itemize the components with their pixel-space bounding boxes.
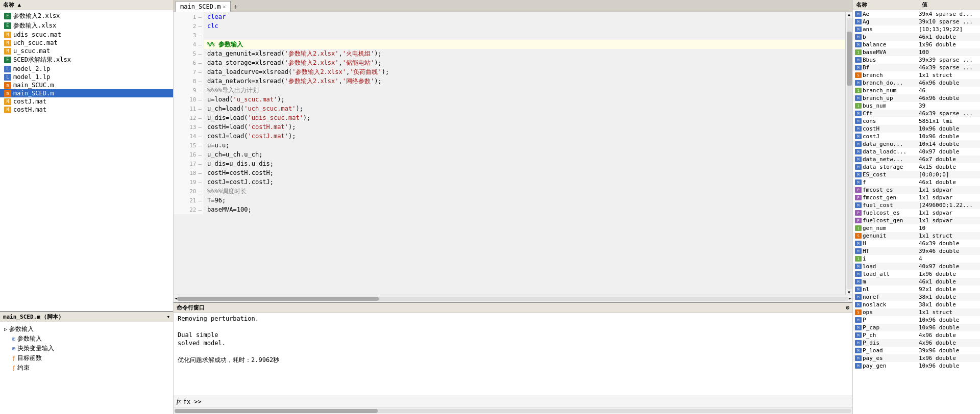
code-line[interactable]: %% 参数输入 — [204, 40, 845, 49]
variable-row[interactable]: Mdata_netw...46x7 double — [853, 156, 980, 163]
variable-row[interactable]: McostJ10x96 double — [853, 133, 980, 140]
editor-scroll[interactable]: 1—2—3—4—5—6—7—8—9—10—11—12—13—14—15—16—1… — [174, 12, 845, 295]
variable-row[interactable]: Mnoslack38x1 double — [853, 301, 980, 308]
variable-row[interactable]: MAe39x4 sparse d... — [853, 10, 980, 18]
code-line[interactable]: costJ=costJ.costJ; — [204, 177, 845, 187]
code-line[interactable]: clear — [204, 12, 845, 21]
code-line[interactable]: costH=costH.costH; — [204, 168, 845, 177]
file-item[interactable]: Lmodel_2.lp — [0, 65, 173, 73]
variable-row[interactable]: Mb46x1 double — [853, 33, 980, 41]
code-line[interactable]: clc — [204, 21, 845, 31]
code-line[interactable]: costJ=load('costJ.mat'); — [204, 132, 845, 141]
variable-row[interactable]: MP_ch4x96 double — [853, 331, 980, 339]
scroll-track[interactable] — [847, 18, 852, 289]
variable-row[interactable]: MHT39x46 double — [853, 247, 980, 255]
variable-row[interactable]: MH46x39 double — [853, 240, 980, 247]
collapse-icon[interactable]: ▾ — [166, 314, 170, 320]
variable-row[interactable]: Pfuelcost_gen1x1 sdpvar — [853, 217, 980, 224]
command-expand-icon[interactable]: ⊙ — [846, 304, 849, 311]
tree-item[interactable]: ⊞ 决策变量输入 — [4, 344, 169, 353]
file-item[interactable]: McostH.mat — [0, 106, 173, 114]
variable-row[interactable]: MBf46x39 sparse ... — [853, 64, 980, 71]
variable-row[interactable]: MP_cap10x96 double — [853, 324, 980, 331]
variable-row[interactable]: Mbranch_do...46x96 double — [853, 79, 980, 87]
code-line[interactable]: data_storage=xlsread('参数输入2.xlsx','储能电站'… — [204, 58, 845, 67]
variable-row[interactable]: Mpay_gen10x96 double — [853, 362, 980, 370]
tree-item[interactable]: ƒ 约束 — [4, 363, 169, 373]
variable-row[interactable]: MCft46x39 sparse ... — [853, 110, 980, 117]
variable-row[interactable]: Mdata_storage4x15 double — [853, 163, 980, 171]
variable-row[interactable]: Pfuelcost_es1x1 sdpvar — [853, 209, 980, 217]
file-item[interactable]: McostJ.mat — [0, 97, 173, 106]
code-lines[interactable]: clearclc%% 参数输入data_genunit=xlsread('参数输… — [204, 12, 845, 214]
tab-main-sced[interactable]: main_SCED.m × — [176, 1, 231, 12]
variable-row[interactable]: MBbus39x39 sparse ... — [853, 56, 980, 64]
variable-row[interactable]: Mfuel_cost[2496000;1.22... — [853, 201, 980, 209]
scroll-down-button[interactable]: ▼ — [848, 290, 850, 295]
code-line[interactable]: u=load('u_scuc.mat'); — [204, 95, 845, 104]
h-scroll-thumb[interactable] — [177, 297, 379, 301]
code-line[interactable]: u=u.u; — [204, 141, 845, 150]
variable-row[interactable]: MP10x96 double — [853, 316, 980, 324]
code-line[interactable] — [204, 31, 845, 40]
editor-vertical-scrollbar[interactable]: ▲ ▼ — [845, 12, 852, 295]
code-line[interactable]: u_dis=u_dis.u_dis; — [204, 159, 845, 168]
tab-close-button[interactable]: × — [223, 4, 226, 10]
variable-row[interactable]: MP_load39x96 double — [853, 347, 980, 354]
h-scroll-track[interactable] — [177, 297, 849, 301]
variable-row[interactable]: Mnl92x1 double — [853, 286, 980, 293]
variable-row[interactable]: Mbalance1x96 double — [853, 41, 980, 48]
file-item[interactable]: mmain_SCUC.m — [0, 81, 173, 89]
tree-item[interactable]: ƒ 目标函数 — [4, 353, 169, 363]
variable-row[interactable]: Sbranch1x1 struct — [853, 71, 980, 79]
code-line[interactable]: %%%%调度时长 — [204, 187, 845, 196]
variable-row[interactable]: Mans[10;13;19;22] — [853, 25, 980, 33]
variable-row[interactable]: McostH10x96 double — [853, 125, 980, 133]
variable-row[interactable]: Mcons5851x1 lmi — [853, 117, 980, 125]
scroll-right-button[interactable]: ► — [849, 296, 851, 301]
file-item[interactable]: mmain_SCED.m — [0, 89, 173, 97]
variable-row[interactable]: Pfmcost_es1x1 sdpvar — [853, 186, 980, 194]
code-line[interactable]: data_genunit=xlsread('参数输入2.xlsx','火电机组'… — [204, 49, 845, 58]
file-item[interactable]: Lmodel_1.lp — [0, 73, 173, 81]
variable-row[interactable]: 1branch_num46 — [853, 87, 980, 94]
cmd-h-thumb[interactable] — [175, 409, 378, 413]
variable-row[interactable]: MES_cost[0;0;0;0] — [853, 171, 980, 178]
code-line[interactable]: u_dis=load('udis_scuc.mat'); — [204, 113, 845, 122]
code-line[interactable]: u_ch=load('uch_scuc.mat'); — [204, 104, 845, 113]
variable-row[interactable]: Mpay_es1x96 double — [853, 354, 980, 362]
variable-row[interactable]: Sops1x1 struct — [853, 308, 980, 316]
code-line[interactable]: u_ch=u_ch.u_ch; — [204, 150, 845, 159]
cmd-h-track[interactable] — [175, 409, 851, 413]
variable-row[interactable]: Mm46x1 double — [853, 278, 980, 286]
code-line[interactable]: %%%%导入出力计划 — [204, 86, 845, 95]
code-line[interactable]: data_loadcurve=xlsread('参数输入2.xlsx','负荷曲… — [204, 67, 845, 76]
file-item[interactable]: Mudis_scuc.mat — [0, 31, 173, 39]
tree-item[interactable]: ▷ 参数输入 — [4, 324, 169, 334]
variable-row[interactable]: MP_dis4x96 double — [853, 339, 980, 347]
variable-row[interactable]: Mf46x1 double — [853, 178, 980, 186]
variable-row[interactable]: Sgenunit1x1 struct — [853, 232, 980, 240]
scroll-thumb[interactable] — [847, 32, 852, 86]
variable-row[interactable]: 1baseMVA100 — [853, 48, 980, 56]
command-content[interactable]: Removing perturbation.Dual simple solved… — [174, 313, 852, 396]
variable-row[interactable]: Mload40x97 double — [853, 263, 980, 270]
file-item[interactable]: ESCED求解结果.xlsx — [0, 55, 173, 65]
variable-row[interactable]: 1gen_num10 — [853, 224, 980, 232]
variable-row[interactable]: Mnoref38x1 double — [853, 293, 980, 301]
command-scrollbar[interactable] — [174, 407, 852, 414]
horizontal-scrollbar[interactable]: ◄ ► — [174, 295, 852, 302]
variable-row[interactable]: Mbranch_up46x96 double — [853, 94, 980, 102]
file-item[interactable]: E参数输入2.xlsx — [0, 11, 173, 21]
variable-row[interactable]: 1i4 — [853, 255, 980, 263]
variable-row[interactable]: 1bus_num39 — [853, 102, 980, 110]
variable-row[interactable]: Mdata_loadc...40x97 double — [853, 148, 980, 156]
file-item[interactable]: Much_scuc.mat — [0, 39, 173, 47]
new-tab-button[interactable]: + — [231, 2, 241, 12]
variable-row[interactable]: Mload_all1x96 double — [853, 270, 980, 278]
variable-row[interactable]: Pfmcost_gen1x1 sdpvar — [853, 194, 980, 201]
variable-row[interactable]: Mdata_genu...10x14 double — [853, 140, 980, 148]
code-line[interactable]: costH=load('costH.mat'); — [204, 122, 845, 132]
code-line[interactable]: baseMVA=100; — [204, 205, 845, 214]
file-item[interactable]: Mu_scuc.mat — [0, 47, 173, 55]
